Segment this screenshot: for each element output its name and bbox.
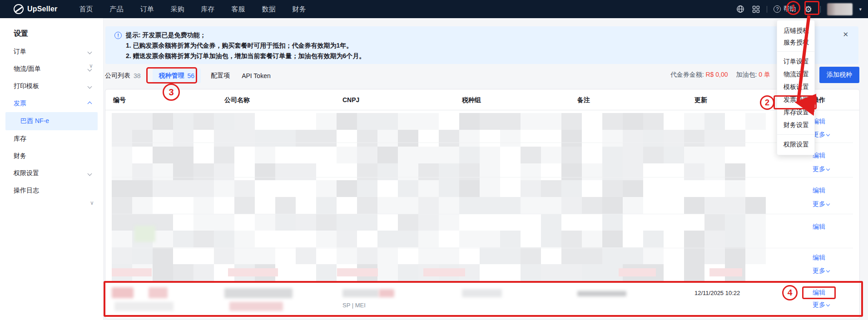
blurred-cell xyxy=(342,289,379,297)
sidebar-item-label: 打印模板 xyxy=(14,82,39,90)
blurred-pixel-block xyxy=(275,214,296,231)
blurred-pixel-block xyxy=(459,113,480,130)
row1-more-link[interactable]: 更多 xyxy=(813,131,829,139)
row4-edit-link[interactable]: 编辑 xyxy=(813,223,825,231)
blurred-pixel-block xyxy=(704,147,725,163)
blurred-pixel-block xyxy=(439,214,459,231)
nav-item-finance[interactable]: 财务 xyxy=(293,5,306,14)
th-number: 编号 xyxy=(113,89,126,110)
nav-item-home[interactable]: 首页 xyxy=(79,5,93,14)
menu-item-permission-settings[interactable]: 权限设置 xyxy=(777,138,814,151)
blurred-pixel-block xyxy=(357,180,377,197)
nav-item-service[interactable]: 客服 xyxy=(232,5,245,14)
sidebar-item-finance[interactable]: 财务 xyxy=(0,148,103,165)
blurred-pixel-block xyxy=(521,113,541,130)
blurred-pixel-block xyxy=(275,130,296,147)
menu-item-order-settings[interactable]: 订单设置 xyxy=(777,55,814,68)
row5-edit-link[interactable]: 编辑 xyxy=(813,254,825,262)
menu-divider xyxy=(777,51,814,52)
blurred-pixel-block xyxy=(459,231,480,247)
menu-item-inventory-settings[interactable]: 库存设置 xyxy=(777,106,814,118)
blurred-pixel-block xyxy=(684,197,704,214)
sidebar-item-orders[interactable]: 订单 xyxy=(0,43,103,60)
nav-item-purchase[interactable]: 采购 xyxy=(171,5,184,14)
blurred-pixel-block xyxy=(112,113,132,130)
menu-item-invoice-settings[interactable]: 发票设置 xyxy=(777,93,814,106)
sidebar-item-permission[interactable]: 权限设置 xyxy=(0,165,103,182)
blurred-pixel-block xyxy=(521,264,541,281)
blurred-pink-block xyxy=(228,268,278,276)
nav-item-data[interactable]: 数据 xyxy=(262,5,276,14)
sidebar-item-print-template[interactable]: 打印模板 xyxy=(0,78,103,95)
menu-item-logistics-settings[interactable]: 物流设置 xyxy=(777,68,814,80)
sidebar-item-op-log[interactable]: 操作日志 xyxy=(0,182,103,199)
blurred-pixel-block xyxy=(193,163,214,180)
table-header-row: 编号 公司名称 CNPJ 税种组 备注 更新 操作 xyxy=(105,89,859,110)
blurred-cell xyxy=(462,289,502,297)
blurred-pixel-block xyxy=(234,197,255,214)
blurred-pixel-block xyxy=(357,130,377,147)
blurred-cell xyxy=(224,288,293,298)
blurred-pixel-block xyxy=(418,147,439,163)
avatar-chevron-down-icon[interactable]: ▾ xyxy=(859,6,862,12)
menu-item-service-auth[interactable]: 服务授权 xyxy=(777,36,814,48)
blurred-pixel-block xyxy=(561,247,582,264)
sidebar-item-invoice[interactable]: 发票 xyxy=(0,95,103,112)
row-divider xyxy=(112,281,853,281)
menu-item-finance-settings[interactable]: 财务设置 xyxy=(777,118,814,131)
blurred-pixel-block xyxy=(112,231,132,247)
tab-api-token[interactable]: API Token xyxy=(242,72,271,79)
th-tax-group: 税种组 xyxy=(462,89,481,110)
blurred-pixel-block xyxy=(275,163,296,180)
blurred-pixel-block xyxy=(337,180,357,197)
row3-edit-link[interactable]: 编辑 xyxy=(813,187,825,195)
settings-gear-icon[interactable]: ⚙ xyxy=(802,4,814,15)
upseller-logo[interactable]: UpSeller xyxy=(14,4,58,14)
bottom-row-edit-link[interactable]: 编辑 xyxy=(813,289,825,297)
banner-close-icon[interactable]: ✕ xyxy=(843,30,848,39)
sidebar-item-brazil-nfe[interactable]: 巴西 NF-e xyxy=(5,112,98,130)
sidebar-item-label: 库存 xyxy=(14,135,26,143)
tab-config[interactable]: 配置项 xyxy=(211,72,230,80)
tab-tax-manage[interactable]: 税种管理 56 xyxy=(153,69,201,83)
nav-item-orders[interactable]: 订单 xyxy=(140,5,154,14)
nav-item-products[interactable]: 产品 xyxy=(110,5,124,14)
blurred-cell xyxy=(229,302,283,311)
menu-item-template-settings[interactable]: 模板设置 xyxy=(777,80,814,93)
blurred-pixel-block xyxy=(173,130,193,147)
blurred-pixel-block xyxy=(296,130,316,147)
add-tax-button[interactable]: 添加税种 xyxy=(819,67,859,83)
nav-item-inventory[interactable]: 库存 xyxy=(201,5,215,14)
sidebar-item-inventory[interactable]: 库存 xyxy=(0,130,103,148)
help-button[interactable]: ? 帮助 xyxy=(774,5,796,13)
apps-grid-icon[interactable] xyxy=(751,5,760,14)
blurred-pixel-block xyxy=(316,214,337,231)
blurred-pixel-block xyxy=(153,113,173,130)
blurred-pixel-block xyxy=(541,180,561,197)
blurred-pixel-block xyxy=(173,264,193,281)
blurred-pixel-block xyxy=(398,113,418,130)
sidebar-item-logistics[interactable]: 物流/面单 xyxy=(0,60,103,78)
voucher-amount: 代金券金额: R$ 0,00 xyxy=(670,71,728,79)
sidebar-collapse-chevron-icon[interactable]: ∨ xyxy=(90,200,94,206)
row5-more-link[interactable]: 更多 xyxy=(813,267,829,275)
collapse-chevron-icon[interactable]: ∨ xyxy=(89,63,93,69)
menu-item-shop-auth[interactable]: 店铺授权 xyxy=(777,25,814,36)
row3-more-link[interactable]: 更多 xyxy=(813,200,829,208)
row2-more-link[interactable]: 更多 xyxy=(813,165,829,173)
blurred-pixel-block xyxy=(214,180,234,197)
more-label: 更多 xyxy=(813,301,825,308)
blurred-pixel-block xyxy=(561,264,582,281)
blurred-pixel-block xyxy=(745,197,766,214)
user-avatar[interactable] xyxy=(827,3,853,15)
main-nav-menu: 首页 产品 订单 采购 库存 客服 数据 财务 xyxy=(79,5,306,14)
blurred-pixel-block xyxy=(704,231,725,247)
blurred-pixel-block xyxy=(582,264,602,281)
globe-icon[interactable] xyxy=(736,5,745,14)
chevron-down-icon xyxy=(88,84,92,89)
blurred-pixel-block xyxy=(623,180,643,197)
bottom-row-more-link[interactable]: 更多 xyxy=(813,301,829,309)
tab-company-list[interactable]: 公司列表 38 xyxy=(105,72,141,80)
blurred-pixel-block xyxy=(234,180,255,197)
blurred-pixel-block xyxy=(704,214,725,231)
